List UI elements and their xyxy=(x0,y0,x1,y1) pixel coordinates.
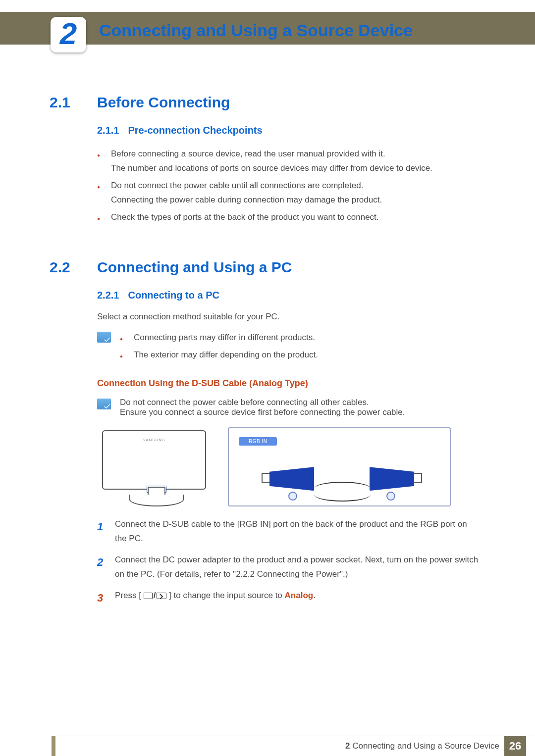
bullet-text: Connecting the power cable during connec… xyxy=(111,193,382,207)
note-block: ● Connecting parts may differ in differe… xyxy=(97,331,481,365)
chapter-header: 2 Connecting and Using a Source Device xyxy=(0,0,535,50)
list-item: ● Connecting parts may differ in differe… xyxy=(120,331,481,345)
footer-accent-bar xyxy=(52,736,55,756)
section-title: Before Connecting xyxy=(97,94,230,111)
monitor-stand xyxy=(129,495,184,506)
period: . xyxy=(313,591,316,600)
section-2-2: 2.2 Connecting and Using a PC xyxy=(50,259,481,276)
subsection-2-2-1: 2.2.1 Connecting to a PC xyxy=(97,290,481,301)
subsection-number: 2.1.1 xyxy=(97,125,119,136)
monitor-screen: SAMSUNG xyxy=(102,430,206,490)
warn-text: Ensure you connect a source device first… xyxy=(120,407,405,417)
heading-dsub: Connection Using the D-SUB Cable (Analog… xyxy=(97,378,481,389)
intro-text: Select a connection method suitable for … xyxy=(97,312,481,322)
screw-icon xyxy=(288,492,297,501)
monitor-illustration: SAMSUNG xyxy=(97,427,216,506)
list-item: 1 Connect the D-SUB cable to the [RGB IN… xyxy=(97,517,481,546)
cable-illustration: RGB IN xyxy=(228,427,451,506)
section-number: 2.1 xyxy=(50,94,80,111)
step-number: 1 xyxy=(97,517,108,546)
footer-divider xyxy=(52,736,535,736)
footer-text: 2 Connecting and Using a Source Device xyxy=(345,741,499,751)
step-text: Connect the D-SUB cable to the [RGB IN] … xyxy=(115,517,481,546)
warning-block: Do not connect the power cable before co… xyxy=(97,398,481,417)
step-number: 3 xyxy=(97,589,108,607)
plug-tip-icon xyxy=(413,473,422,483)
list-item: ● Before connecting a source device, rea… xyxy=(97,147,481,176)
step-list: 1 Connect the D-SUB cable to the [RGB IN… xyxy=(97,517,481,607)
bullet-text: Before connecting a source device, read … xyxy=(111,147,432,161)
screw-icon xyxy=(386,492,395,501)
footer-chapter-title: Connecting and Using a Source Device xyxy=(352,741,499,751)
step-text-part: ] to change the input source to xyxy=(169,591,284,600)
step-number: 2 xyxy=(97,553,108,582)
bullet-icon: ● xyxy=(97,151,102,176)
bullet-text: Connecting parts may differ in different… xyxy=(134,331,315,345)
list-item: 3 Press [ / ] to change the input source… xyxy=(97,589,481,607)
dsub-connector-icon xyxy=(370,467,414,491)
subsection-title: Pre-connection Checkpoints xyxy=(128,125,262,136)
analog-label: Analog xyxy=(285,591,314,600)
section-number: 2.2 xyxy=(50,259,80,276)
bullet-text: The number and locations of ports on sou… xyxy=(111,161,432,176)
slash-icon: / xyxy=(154,589,156,603)
brand-label: SAMSUNG xyxy=(143,438,165,442)
list-item: 2 Connect the DC power adapter to the pr… xyxy=(97,553,481,582)
bullet-text: Do not connect the power cable until all… xyxy=(111,179,382,193)
connection-diagram: SAMSUNG RGB IN xyxy=(97,427,481,506)
list-item: ● Check the types of ports at the back o… xyxy=(97,210,481,225)
list-item: ● The exterior may differ depending on t… xyxy=(120,348,481,362)
warn-text: Do not connect the power cable before co… xyxy=(120,398,405,407)
chapter-number: 2 xyxy=(60,18,77,49)
bullet-icon: ● xyxy=(120,335,125,345)
subsection-title: Connecting to a PC xyxy=(128,290,219,301)
rect-icon xyxy=(144,593,153,599)
list-item: ● Do not connect the power cable until a… xyxy=(97,179,481,207)
dsub-connector-icon xyxy=(269,467,314,491)
section-title: Connecting and Using a PC xyxy=(97,259,292,276)
subsection-2-1-1: 2.1.1 Pre-connection Checkpoints xyxy=(97,125,481,136)
page-number-badge: 26 xyxy=(504,736,526,756)
chapter-title: Connecting and Using a Source Device xyxy=(99,21,413,40)
step-text: Connect the DC power adapter to the prod… xyxy=(115,553,481,582)
bullet-icon: ● xyxy=(97,183,102,207)
bullet-icon: ● xyxy=(120,352,125,362)
note-icon xyxy=(97,399,111,409)
bullet-text: Check the types of ports at the back of … xyxy=(111,210,379,225)
note-icon xyxy=(97,332,111,343)
page-footer: 2 Connecting and Using a Source Device 2… xyxy=(0,735,535,756)
bullet-icon: ● xyxy=(97,214,102,225)
arrow-box-icon xyxy=(157,593,166,599)
footer-chapter-number: 2 xyxy=(345,741,350,751)
subsection-number: 2.2.1 xyxy=(97,290,119,301)
bullet-text: The exterior may differ depending on the… xyxy=(134,348,318,362)
step-text: Press [ / ] to change the input source t… xyxy=(115,589,316,607)
chapter-badge: 2 xyxy=(51,17,86,52)
step-text-part: Press [ xyxy=(115,591,141,600)
section-2-1: 2.1 Before Connecting xyxy=(50,94,481,111)
source-button-icon: / xyxy=(144,589,167,603)
checkpoint-list: ● Before connecting a source device, rea… xyxy=(97,147,481,224)
port-label: RGB IN xyxy=(239,437,277,446)
